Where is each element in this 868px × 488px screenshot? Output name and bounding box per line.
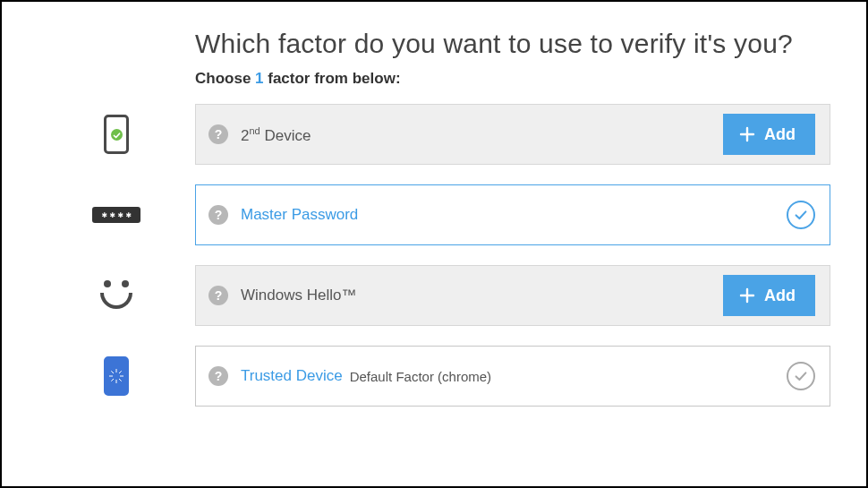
trusted-device-icon xyxy=(38,356,195,396)
plus-icon xyxy=(739,126,755,142)
add-button-label: Add xyxy=(764,287,796,305)
factor-row-master-password: ✱✱✱✱ ? Master Password xyxy=(38,184,830,245)
svg-line-7 xyxy=(119,372,122,374)
factor-card-trusted-device[interactable]: ? Trusted Device Default Factor (chrome) xyxy=(195,346,830,407)
windows-hello-icon xyxy=(38,278,195,312)
help-icon[interactable]: ? xyxy=(208,205,228,225)
factor-list: ? 2nd Device Add ✱✱✱✱ ? Master Password xyxy=(38,104,830,407)
second-device-icon xyxy=(38,115,195,154)
subheading-count: 1 xyxy=(255,70,263,87)
label-part: Device xyxy=(260,126,311,143)
factor-label: Windows Hello™ xyxy=(241,287,356,304)
factor-card-windows-hello[interactable]: ? Windows Hello™ Add xyxy=(195,265,830,326)
factor-card-master-password[interactable]: ? Master Password xyxy=(195,184,830,245)
factor-label: 2nd Device xyxy=(241,125,311,145)
svg-line-4 xyxy=(111,372,114,374)
page-heading: Which factor do you want to use to verif… xyxy=(195,27,830,61)
password-icon: ✱✱✱✱ xyxy=(38,207,195,223)
factor-row-trusted-device: ? Trusted Device Default Factor (chrome) xyxy=(38,346,830,407)
help-icon[interactable]: ? xyxy=(208,366,228,386)
plus-icon xyxy=(739,287,755,304)
factor-card-second-device[interactable]: ? 2nd Device Add xyxy=(195,104,830,165)
subheading-prefix: Choose xyxy=(195,70,255,87)
factor-row-windows-hello: ? Windows Hello™ Add xyxy=(38,265,830,326)
add-button[interactable]: Add xyxy=(723,114,815,155)
factor-label: Master Password xyxy=(241,206,358,224)
help-icon[interactable]: ? xyxy=(208,124,228,144)
add-button-label: Add xyxy=(764,125,796,144)
svg-line-6 xyxy=(111,379,114,381)
svg-line-5 xyxy=(119,379,122,381)
factor-row-second-device: ? 2nd Device Add xyxy=(38,104,830,165)
selected-check-icon xyxy=(787,201,815,229)
add-button[interactable]: Add xyxy=(723,275,815,316)
check-icon xyxy=(787,362,815,390)
factor-sublabel: Default Factor (chrome) xyxy=(350,369,491,384)
subheading-suffix: factor from below: xyxy=(264,70,401,87)
label-superscript: nd xyxy=(249,125,260,136)
page-subheading: Choose 1 factor from below: xyxy=(195,70,830,88)
factor-label: Trusted Device xyxy=(241,367,343,385)
help-icon[interactable]: ? xyxy=(208,286,228,305)
